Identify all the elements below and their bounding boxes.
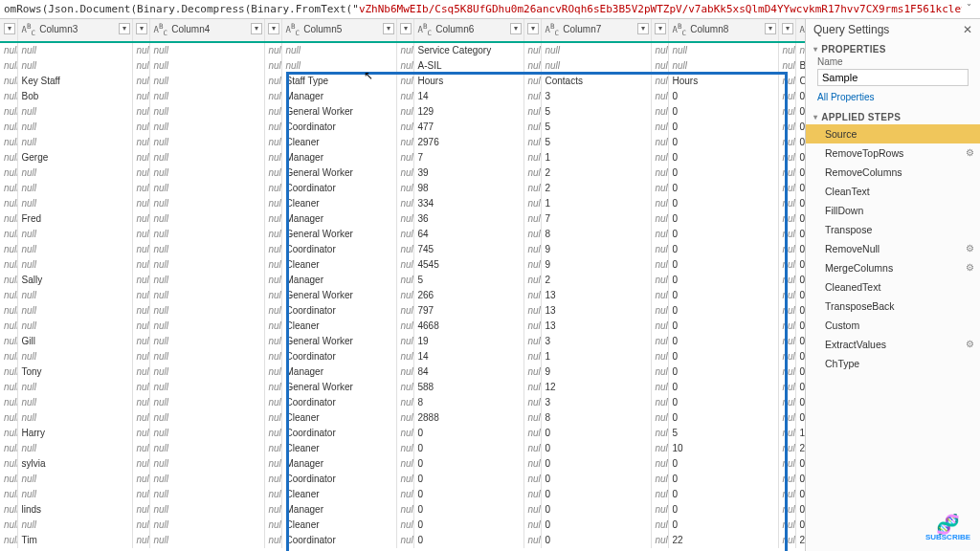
cell[interactable]: 2976 [413, 135, 523, 150]
cell[interactable]: 0 [541, 472, 651, 487]
table-row[interactable]: nullnullnullnullnullCoordinatornull0null… [0, 472, 805, 487]
cell[interactable]: Gerge [17, 150, 132, 165]
cell[interactable]: null [149, 257, 264, 273]
cell[interactable]: null [149, 273, 264, 288]
cell[interactable]: 0 [795, 364, 805, 380]
cell[interactable]: Sally [17, 273, 132, 288]
cell[interactable]: 1 [541, 150, 651, 165]
cell[interactable]: 0 [413, 487, 523, 502]
cell[interactable]: 12 [541, 380, 651, 395]
cell[interactable]: 0 [668, 410, 778, 426]
cell[interactable]: null [149, 165, 264, 181]
applied-step[interactable]: ChType [806, 354, 980, 373]
cell[interactable]: 0 [668, 472, 778, 487]
table-row[interactable]: nullnullnullnullnullCoordinatornull14nul… [0, 349, 805, 364]
cell[interactable]: null [149, 395, 264, 410]
cell[interactable]: null [17, 196, 132, 211]
cell[interactable]: null [149, 120, 264, 135]
column-type-dropdown[interactable]: ▾ [651, 19, 668, 42]
cell[interactable]: 0 [541, 456, 651, 472]
cell[interactable]: Cleaner [281, 410, 396, 426]
table-row[interactable]: nullTimnullnullnullCoordinatornull0null0… [0, 533, 805, 548]
cell[interactable]: null [149, 502, 264, 518]
cell[interactable]: 0 [413, 502, 523, 518]
cell[interactable]: null [149, 135, 264, 150]
table-row[interactable]: nullsylvianullnullnullManagernull0null0n… [0, 456, 805, 472]
cell[interactable]: null [149, 227, 264, 242]
cell[interactable]: Cleaner [281, 319, 396, 334]
cell[interactable]: 64 [413, 227, 523, 242]
cell[interactable]: null [17, 257, 132, 273]
cell[interactable]: Gill [17, 334, 132, 349]
cell[interactable]: General Worker [281, 334, 396, 349]
cell[interactable]: 588 [413, 380, 523, 395]
table-row[interactable]: nullnullnullnullnullGeneral Workernull12… [0, 104, 805, 120]
cell[interactable]: General Worker [281, 104, 396, 120]
cell[interactable]: 0 [413, 533, 523, 548]
cell[interactable]: sylvia [17, 456, 132, 472]
cell[interactable]: null [149, 196, 264, 211]
cell[interactable]: 4668 [413, 319, 523, 334]
cell[interactable]: null [17, 410, 132, 426]
cell[interactable]: 0 [795, 472, 805, 487]
cell[interactable]: null [17, 395, 132, 410]
cell[interactable]: null [149, 242, 264, 257]
cell[interactable]: 0 [795, 150, 805, 165]
cell[interactable]: 9 [541, 364, 651, 380]
applied-step[interactable]: MergeColumns⚙ [806, 258, 980, 277]
table-row[interactable]: nullnullnullnullnullCoordinatornull745nu… [0, 242, 805, 257]
cell[interactable]: linds [17, 502, 132, 518]
gear-icon[interactable]: ⚙ [966, 241, 974, 256]
cell[interactable]: 5 [541, 120, 651, 135]
table-row[interactable]: nullSallynullnullnullManagernull5null2nu… [0, 273, 805, 288]
cell[interactable]: Coordinator [281, 472, 396, 487]
cell[interactable]: null [149, 472, 264, 487]
cell[interactable]: Coordinator [281, 349, 396, 364]
gear-icon[interactable]: ⚙ [966, 260, 974, 276]
cell[interactable]: 0 [795, 410, 805, 426]
cell[interactable]: Cleaner [281, 196, 396, 211]
cell[interactable]: Coordinator [281, 426, 396, 441]
table-row[interactable]: nullKey StaffnullnullnullStaff TypenullH… [0, 74, 805, 89]
table-row[interactable]: nullBobnullnullnullManagernull14null3nul… [0, 89, 805, 104]
applied-step[interactable]: CleanText [806, 182, 980, 201]
cell[interactable]: 14 [413, 349, 523, 364]
cell[interactable]: Staff Type [281, 74, 396, 89]
cell[interactable]: 0 [668, 334, 778, 349]
cell[interactable]: null [149, 410, 264, 426]
cell[interactable]: 266 [413, 288, 523, 303]
cell[interactable]: null [149, 319, 264, 334]
cell[interactable]: Contacts [541, 74, 651, 89]
cell[interactable]: 0 [795, 165, 805, 181]
cell[interactable]: Cleaner [281, 135, 396, 150]
cell[interactable]: 5 [541, 135, 651, 150]
cell[interactable]: null [149, 426, 264, 441]
cell[interactable]: 0 [795, 319, 805, 334]
close-icon[interactable]: ✕ [963, 23, 972, 36]
cell[interactable]: null [541, 42, 651, 58]
cell[interactable]: General Worker [281, 165, 396, 181]
cell[interactable]: null [149, 74, 264, 89]
cell[interactable]: null [149, 303, 264, 319]
cell[interactable]: Cleaner [281, 518, 396, 533]
cell[interactable]: 0 [668, 395, 778, 410]
cell[interactable]: Cleaner [281, 257, 396, 273]
cell[interactable]: 0 [795, 303, 805, 319]
cell[interactable]: Harry [17, 426, 132, 441]
cell[interactable]: null [149, 533, 264, 548]
cell[interactable]: null [149, 211, 264, 227]
cell[interactable]: null [17, 242, 132, 257]
cell[interactable]: 0 [795, 456, 805, 472]
cell[interactable]: 0 [668, 273, 778, 288]
cell[interactable]: null [17, 472, 132, 487]
cell[interactable]: Service Category [413, 42, 523, 58]
cell[interactable]: 5 [541, 104, 651, 120]
cell[interactable]: 3 [541, 395, 651, 410]
cell[interactable]: Bob [17, 89, 132, 104]
cell[interactable]: 13 [541, 303, 651, 319]
table-row[interactable]: nullnullnullnullnullCleanernull0null0nul… [0, 518, 805, 533]
table-row[interactable]: nullnullnullnullnullCleanernull334null1n… [0, 196, 805, 211]
cell[interactable]: 2 [541, 273, 651, 288]
cell[interactable]: null [149, 487, 264, 502]
cell[interactable]: null [17, 319, 132, 334]
